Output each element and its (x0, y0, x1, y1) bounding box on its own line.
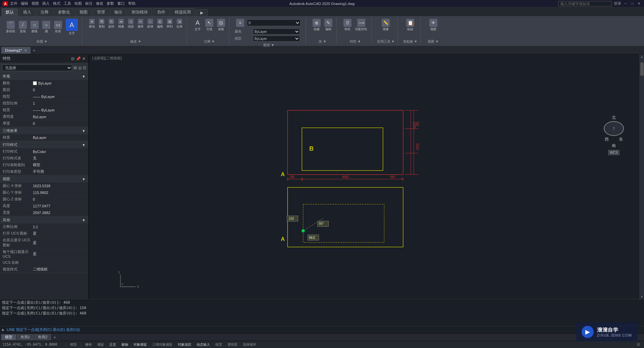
canvas-area[interactable]: [-][俯视][二维线框] X Y + B A (89, 54, 644, 299)
close-btn[interactable]: ✕ (637, 1, 641, 6)
linetype-selector[interactable]: ByLayer (253, 36, 300, 42)
ribbon-btn-match[interactable]: ⟶ 匹配特性 (354, 18, 369, 32)
prop-select-icon3[interactable]: ⊡ (83, 65, 86, 70)
ribbon-btn-mirror[interactable]: ⇔ 镜像 (117, 18, 125, 30)
tab-close-btn[interactable]: ✕ (24, 49, 27, 52)
prop-row-print-style: 打印样式 ByColor (0, 148, 88, 155)
ribbon-tab-6[interactable]: 输出 (110, 8, 127, 16)
ribbon-btn-text[interactable]: A 文字 (64, 18, 79, 36)
status-snap-btn[interactable]: 捕捉 (96, 341, 105, 348)
ribbon-btn-edit-block[interactable]: ✎ 编辑 (323, 18, 334, 32)
status-osnap-btn[interactable]: 对象捕捉 (132, 341, 148, 348)
status-settings-btn[interactable]: ☰ (636, 341, 641, 348)
ribbon-btn-trim[interactable]: ✂ 修剪 (136, 18, 145, 30)
new-tab-btn[interactable]: + (31, 47, 37, 53)
prop-section-print-header[interactable]: 打印样式 ▼ (0, 141, 88, 148)
status-otrack-btn[interactable]: 对象追踪 (176, 341, 193, 348)
ribbon-tab-4[interactable]: 视图 (75, 8, 92, 16)
ribbon-btn-move[interactable]: ✛ 移动 (88, 18, 96, 30)
layout-tab-model[interactable]: 模型 (1, 334, 16, 340)
ribbon-btn-arc[interactable]: ∩ 圆弧 (29, 20, 40, 34)
stretch-icon: ⇲ (177, 19, 182, 24)
ribbon-tab-1[interactable]: 插入 (19, 8, 36, 16)
ribbon-btn-scale[interactable]: ⤡ 缩放 (126, 18, 135, 30)
layout-tab-1[interactable]: 布局1 (17, 334, 34, 340)
ribbon-tab-8[interactable]: 协作 (153, 8, 170, 16)
status-3dosnap-btn[interactable]: 三维对象捕捉 (151, 341, 174, 348)
drawing-tab-1[interactable]: Drawing1* ✕ (1, 47, 31, 54)
ribbon-btn-properties[interactable]: ☰ 特性 (342, 18, 353, 32)
prop-pin-btn[interactable]: 📌 (76, 56, 81, 61)
prop-select-icon1[interactable]: ⊞ (73, 65, 77, 70)
layer-selector[interactable]: 0 (247, 19, 301, 26)
ribbon-tab-3[interactable]: 参数化 (54, 8, 74, 16)
no-selection-dropdown[interactable]: 无选择 (2, 64, 72, 71)
ribbon-btn-array[interactable]: ⊞ 阵列 (165, 18, 174, 30)
line-icon: / (19, 21, 27, 29)
ribbon-search-input[interactable] (558, 1, 612, 6)
ribbon-btn-stretch[interactable]: ⇲ 拉伸 (175, 18, 184, 30)
ribbon-btn-view[interactable]: 👁 视图 (428, 18, 439, 32)
ribbon-btn-measure[interactable]: 📏 测量 (380, 18, 391, 32)
status-polar-btn[interactable]: 极轴 (120, 341, 129, 348)
vertical-scrollbar[interactable]: ▲ ▼ (639, 54, 644, 299)
status-linewidth-btn[interactable]: 线宽 (214, 341, 223, 348)
ribbon-tab-0[interactable]: 默认 (1, 8, 18, 16)
status-ortho-btn[interactable]: 正交 (108, 341, 117, 348)
ribbon-btn-layer[interactable]: ≡ (235, 18, 246, 28)
ribbon-group-annotation: A 文字 ↖ 引线 ⊟ 表格 注释 ▼ (190, 17, 229, 45)
status-grid-btn[interactable]: 栅格 (84, 341, 93, 348)
ribbon-btn-offset[interactable]: ⊏ 偏移 (156, 18, 164, 30)
ribbon-btn-line[interactable]: / 直线 (17, 20, 28, 34)
color-selector[interactable]: ByLayer (253, 29, 300, 35)
ribbon-btn-annot-text[interactable]: A 文字 (192, 18, 203, 32)
svg-text:Y: Y (118, 271, 120, 275)
status-selcycle-btn[interactable]: 选择循环 (241, 341, 258, 348)
scroll-thumb[interactable] (640, 62, 644, 76)
svg-text:B: B (309, 145, 314, 152)
prop-row-ucs-origin: 在原点显示 UCS 图标 是 (0, 237, 88, 249)
ribbon-btn-circle[interactable]: ○ 圆 (41, 20, 52, 34)
prop-section-other-header[interactable]: 其他 ▼ (0, 216, 88, 223)
ribbon-btn-multiline[interactable]: ⌒ 多段线 (5, 20, 16, 34)
ribbon-tab-9[interactable]: 精选应用 (170, 8, 195, 16)
prop-select-icon2[interactable]: ◎ (78, 65, 82, 70)
layout-tab-2[interactable]: 布局2 (34, 334, 51, 340)
ribbon-btn-rotate[interactable]: ↻ 旋转 (107, 18, 116, 30)
ribbon-tab-2[interactable]: 注释 (36, 8, 53, 16)
ribbon-tab-5[interactable]: 管理 (93, 8, 109, 16)
prop-section-3d-header[interactable]: 三维效果 ▼ (0, 127, 88, 134)
status-dynin-btn[interactable]: 动态输入 (195, 341, 211, 348)
compass-south: 南 (612, 143, 616, 149)
prop-row-transparency: 透明度 ByLayer (0, 113, 88, 120)
status-model-btn[interactable]: 模型 (69, 341, 78, 348)
prop-section-general-header[interactable]: 常规 ▼ (0, 73, 88, 80)
prop-row-linewidth: 线宽 —— ByLayer (0, 107, 88, 113)
prop-section-view-header[interactable]: 视图 ▼ (0, 176, 88, 183)
status-transparency-btn[interactable]: 透明度 (226, 341, 239, 348)
ribbon-tab-10[interactable]: ▶ (196, 9, 208, 16)
scroll-down-btn[interactable]: ▼ (640, 294, 644, 299)
minimize-btn[interactable]: ─ (623, 1, 628, 6)
ribbon-btn-table[interactable]: ⊟ 表格 (216, 18, 226, 32)
ribbon-btn-extend[interactable]: ↔ 延伸 (146, 18, 155, 30)
scroll-up-btn[interactable]: ▲ (640, 54, 644, 59)
prop-toggle-btn[interactable]: ⊟ (71, 56, 74, 61)
login-label[interactable]: 登录 (614, 1, 621, 6)
ribbon-group-modify: ✛ 移动 ⧉ 复制 ↻ 旋转 ⇔ 镜像 ⤡ 缩放 ✂ 修剪 (85, 17, 187, 45)
ribbon-btn-leader[interactable]: ↖ 引线 (204, 18, 215, 32)
maximize-btn[interactable]: □ (630, 1, 635, 6)
ribbon-tab-7[interactable]: 附加模块 (127, 8, 152, 16)
ribbon-btn-paste[interactable]: 📋 粘贴 (405, 18, 416, 32)
edit-block-icon: ✎ (324, 19, 332, 27)
svg-text:确定: 确定 (309, 236, 316, 239)
ribbon-btn-create-block[interactable]: ⊕ 创建 (311, 18, 322, 32)
command-input[interactable] (83, 328, 642, 332)
layout-tab-add-btn[interactable]: + (52, 334, 58, 340)
prop-close-btn[interactable]: ✕ (82, 56, 86, 61)
wcs-label[interactable]: WCS (608, 150, 619, 155)
ribbon-btn-rect[interactable]: ▭ 矩形 (53, 20, 63, 34)
prop-row-linetype-scale: 线型比例 1 (0, 100, 88, 107)
ribbon-btn-copy[interactable]: ⧉ 复制 (97, 18, 106, 30)
trim-icon: ✂ (138, 19, 143, 24)
